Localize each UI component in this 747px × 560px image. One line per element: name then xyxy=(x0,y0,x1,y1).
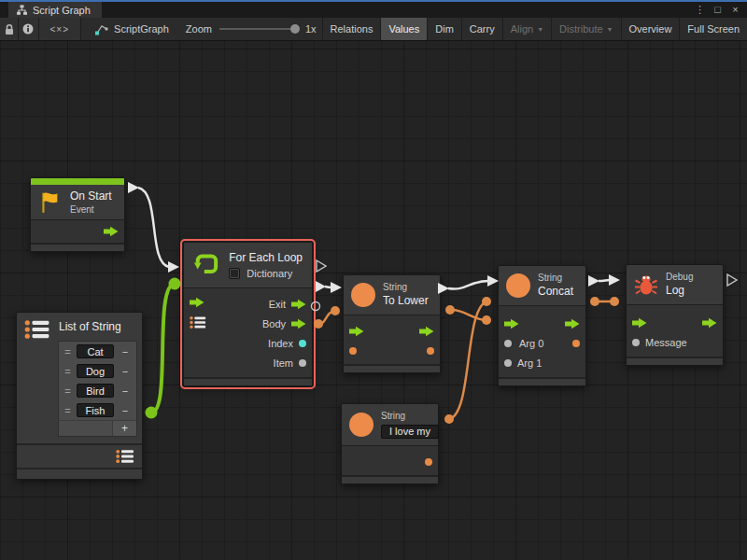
info-button[interactable] xyxy=(19,18,38,40)
tab-bar: Script Graph ⋮ □ × xyxy=(0,2,747,18)
body-flow-out-port[interactable] xyxy=(291,318,306,329)
node-list-of-string[interactable]: List of String = − = − = − = − xyxy=(16,312,143,480)
remove-item-button[interactable]: − xyxy=(117,366,134,377)
list-item-input[interactable] xyxy=(77,384,114,398)
remove-item-button[interactable]: − xyxy=(117,405,134,416)
drag-handle-icon[interactable]: = xyxy=(62,346,74,357)
body-port-label: Body xyxy=(262,318,286,329)
list-item-input[interactable] xyxy=(77,403,114,417)
flow-in-port[interactable] xyxy=(632,317,647,329)
node-title: For Each Loop xyxy=(229,250,303,265)
wire-list-to-foreach[interactable] xyxy=(146,278,181,419)
drag-handle-icon[interactable]: = xyxy=(62,385,74,397)
index-out-port[interactable] xyxy=(299,340,306,347)
flag-icon xyxy=(38,190,63,215)
wire-onstart-to-foreach[interactable] xyxy=(128,182,179,273)
node-debug-log[interactable]: Debug Log Message xyxy=(626,264,724,366)
remove-item-button[interactable]: − xyxy=(117,346,134,357)
list-item-input[interactable] xyxy=(77,364,114,378)
wire-item-to-tolower[interactable] xyxy=(314,306,340,329)
string-out-port[interactable] xyxy=(427,347,434,355)
arg0-in-port[interactable] xyxy=(504,340,512,347)
string-out-port[interactable] xyxy=(425,458,432,466)
log-out-unconnected-hint xyxy=(727,274,737,286)
item-port-label: Item xyxy=(274,357,293,369)
flow-in-port[interactable] xyxy=(504,318,519,329)
flow-out-port[interactable] xyxy=(104,226,119,237)
window-close-button[interactable]: × xyxy=(727,3,743,17)
node-footer xyxy=(627,357,723,365)
string-in-port[interactable] xyxy=(349,347,357,355)
zoom-slider[interactable] xyxy=(219,28,298,30)
wire-tolower-to-concat[interactable] xyxy=(438,275,499,294)
drag-handle-icon[interactable]: = xyxy=(62,366,74,377)
distribute-dropdown[interactable]: Distribute ▼ xyxy=(551,18,620,40)
result-out-port[interactable] xyxy=(572,340,580,347)
add-item-button[interactable]: + xyxy=(112,421,136,436)
flow-out-port[interactable] xyxy=(565,318,580,329)
item-out-port[interactable] xyxy=(299,359,306,367)
hierarchy-icon xyxy=(16,5,28,15)
values-button[interactable]: Values xyxy=(380,18,427,40)
exit-flow-out-port[interactable] xyxy=(291,299,306,310)
code-view-button[interactable]: <×> xyxy=(39,18,82,40)
flow-out-port[interactable] xyxy=(702,317,717,329)
node-title: Concat xyxy=(538,284,573,299)
window-maximize-button[interactable]: □ xyxy=(710,3,726,17)
node-type-label: String xyxy=(383,282,429,293)
fullscreen-button[interactable]: Full Screen xyxy=(679,18,747,40)
tab-script-graph[interactable]: Script Graph xyxy=(8,2,102,18)
wire-body-to-tolower[interactable] xyxy=(316,281,342,293)
arg1-in-port[interactable] xyxy=(504,359,512,367)
info-icon xyxy=(22,23,34,35)
node-string-literal[interactable]: String xyxy=(341,403,439,484)
wire-concat-to-message[interactable] xyxy=(590,297,619,306)
node-footer xyxy=(342,475,438,483)
relations-button[interactable]: Relations xyxy=(322,18,381,40)
flow-out-port[interactable] xyxy=(419,326,434,337)
list-in-port[interactable] xyxy=(190,315,206,329)
dim-button[interactable]: Dim xyxy=(427,18,461,40)
node-for-each-loop[interactable]: For Each Loop Dictionary Exit Body Index xyxy=(183,242,313,386)
drag-handle-icon[interactable]: = xyxy=(62,405,74,416)
wire-concat-to-log[interactable] xyxy=(588,274,620,287)
lock-button[interactable] xyxy=(0,18,19,40)
node-title: On Start xyxy=(70,189,112,203)
string-value-input[interactable] xyxy=(381,425,439,439)
list-item-row: = − xyxy=(59,342,136,361)
window-menu-button[interactable]: ⋮ xyxy=(692,3,708,17)
zoom-value: 1x xyxy=(305,23,317,35)
node-footer xyxy=(17,468,142,479)
node-to-lower[interactable]: String To Lower xyxy=(343,274,441,373)
flow-in-port[interactable] xyxy=(190,297,204,308)
tab-title: Script Graph xyxy=(33,5,91,16)
remove-item-button[interactable]: − xyxy=(117,385,134,397)
graph-breadcrumb[interactable]: ScriptGraph xyxy=(81,18,180,40)
align-dropdown[interactable]: Align ▼ xyxy=(502,18,551,40)
node-concat[interactable]: String Concat Arg 0 Arg 1 xyxy=(498,265,586,386)
node-footer xyxy=(344,364,440,372)
zoom-slider-handle[interactable] xyxy=(290,24,300,34)
list-item-row: = − xyxy=(59,400,136,420)
dictionary-checkbox[interactable] xyxy=(229,268,240,279)
node-footer xyxy=(31,243,124,251)
wire-literal-to-arg0[interactable] xyxy=(444,297,491,424)
list-item-input[interactable] xyxy=(77,344,114,358)
node-on-start[interactable]: On Start Event xyxy=(30,177,125,252)
node-title: Log xyxy=(666,283,693,298)
zoom-label: Zoom xyxy=(186,23,212,35)
list-out-port[interactable] xyxy=(116,449,134,464)
carry-button[interactable]: Carry xyxy=(461,18,502,40)
flow-in-port[interactable] xyxy=(349,326,364,337)
message-in-port[interactable] xyxy=(632,339,640,346)
loop-icon xyxy=(193,250,219,278)
code-icon: <×> xyxy=(50,24,70,35)
arg1-label: Arg 1 xyxy=(517,357,542,369)
string-circle-icon xyxy=(351,283,375,307)
graph-canvas[interactable]: On Start Event List of String = − = xyxy=(0,41,747,559)
event-accent-bar xyxy=(31,178,124,185)
node-title: List of String xyxy=(59,319,121,334)
wire-tolower-to-arg1[interactable] xyxy=(445,305,491,325)
list-item-row: = − xyxy=(59,361,136,381)
overview-button[interactable]: Overview xyxy=(621,18,680,40)
